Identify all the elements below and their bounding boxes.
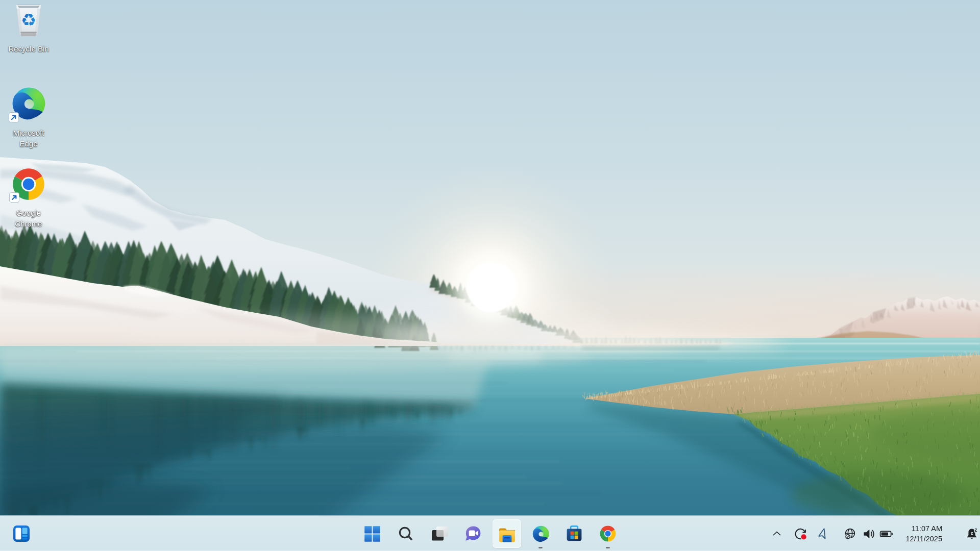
task-view-icon [430,524,449,543]
microsoft-edge-icon [532,525,550,543]
tray-windows-update-button[interactable] [790,522,811,545]
taskbar-edge-button[interactable] [526,519,555,548]
taskbar-chrome-button[interactable] [594,519,622,548]
svg-text:z: z [971,530,973,536]
tray-notification-bell-button[interactable]: z z [960,522,980,545]
taskbar-start-button[interactable] [358,519,386,548]
no-internet-globe-icon [844,528,856,540]
chevron-up-icon [771,528,782,539]
svg-text:♻: ♻ [21,10,36,30]
taskbar-left-group [7,519,36,548]
taskbar-center-group [358,519,622,548]
shortcut-arrow-overlay [9,112,19,122]
svg-text:z: z [974,527,977,533]
running-indicator [538,547,543,549]
desktop-icon-recycle-bin[interactable]: ♻ Recycle Bin [0,3,57,54]
tray-location-button[interactable] [814,522,834,545]
battery-icon [879,527,893,541]
taskbar-search-button[interactable] [391,519,420,548]
taskbar: 11:07 AM 12/11/2025 z z [0,515,980,551]
chat-icon [464,525,482,542]
taskbar-chat-button[interactable] [459,519,487,548]
tray-date: 12/11/2025 [906,534,943,544]
search-icon [398,525,414,542]
desktop-icon-microsoft-edge[interactable]: Microsoft Edge [0,86,57,149]
bell-dnd-icon: z z [965,527,978,540]
wallpaper [0,0,980,551]
desktop-icon-label: Microsoft Edge [7,128,51,149]
taskbar-store-button[interactable] [560,519,589,548]
desktop-icon-google-chrome[interactable]: Google Chrome [0,167,57,229]
taskbar-widgets-button[interactable] [7,519,36,548]
taskbar-tray-group: 11:07 AM 12/11/2025 z z [767,516,980,551]
desktop-icon-label: Recycle Bin [8,43,48,54]
tray-clock[interactable]: 11:07 AM 12/11/2025 [902,523,943,544]
file-explorer-icon [498,524,517,543]
tray-network-volume-battery-button[interactable] [840,522,897,545]
widgets-icon [12,524,31,543]
tray-show-hidden-icons-button[interactable] [767,522,787,545]
shortcut-arrow-overlay [9,192,19,203]
running-indicator [606,547,610,549]
taskbar-task-view-button[interactable] [425,519,454,548]
google-chrome-icon [11,167,46,202]
volume-icon [863,528,875,540]
desktop-icon-label: Google Chrome [7,208,51,229]
location-icon [817,527,830,540]
taskbar-file-explorer-button[interactable] [493,519,521,548]
update-restart-icon [793,527,807,541]
start-icon [364,525,381,542]
microsoft-edge-icon [11,86,46,121]
google-chrome-icon [599,525,617,542]
recycle-bin-icon: ♻ [14,3,43,37]
tray-time: 11:07 AM [906,523,943,534]
microsoft-store-icon [565,524,583,543]
